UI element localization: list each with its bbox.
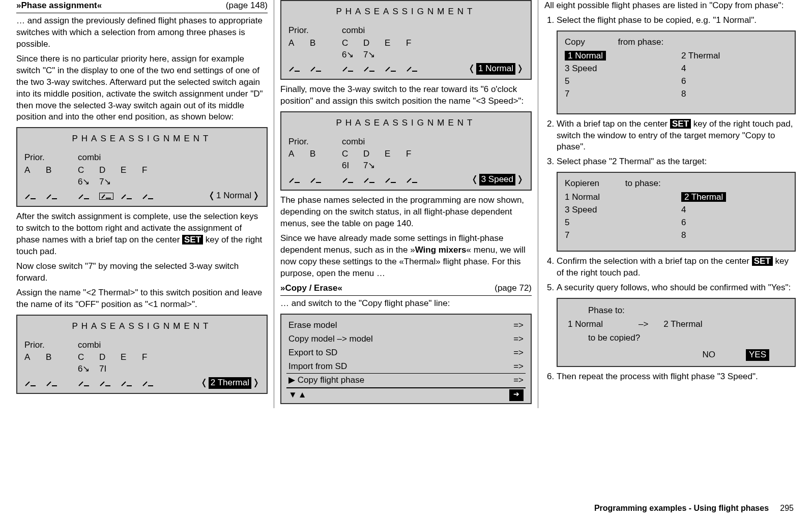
menu-item[interactable]: Import from SD => <box>286 360 526 374</box>
switch-icon <box>121 193 142 200</box>
switch-icon <box>46 380 67 387</box>
set-key-icon: SET <box>670 119 691 129</box>
section-heading: »Copy / Erase« (page 72) <box>280 283 532 296</box>
yes-button[interactable]: YES <box>746 349 769 361</box>
switch-icon <box>78 193 99 200</box>
col-D: D <box>99 165 121 176</box>
phase-option[interactable]: 6 <box>681 76 788 87</box>
switch-icon <box>385 176 406 183</box>
list-item: With a brief tap on the center SET key o… <box>557 118 796 154</box>
menu-item[interactable]: Export to SD => <box>286 346 526 360</box>
arrow-icon: => <box>513 320 524 331</box>
switch-icon <box>342 65 363 72</box>
heading-title: »Phase assignment« <box>16 0 102 12</box>
switch-icon <box>406 65 427 72</box>
selected-phase[interactable]: 2 Thermal <box>681 192 726 202</box>
list-item: Confirm the selection with a brief tap o… <box>557 256 796 279</box>
phase-name-inverted: 2 Thermal <box>209 377 251 389</box>
phase-option[interactable]: 7 <box>565 88 671 100</box>
phase-option[interactable]: 1 Normal <box>565 192 671 203</box>
paragraph: Now close switch "7" by moving the selec… <box>16 261 268 284</box>
section-heading: »Phase assignment« (page 148) <box>16 0 268 13</box>
paragraph: After the switch assignment is complete,… <box>16 211 268 258</box>
list-item: Then repeat the process with flight phas… <box>557 371 796 383</box>
arrow-icon: => <box>513 361 524 373</box>
heading-page: (page 72) <box>495 283 532 294</box>
phase-option[interactable]: 7 <box>565 230 671 241</box>
heading-page: (page 148) <box>226 0 268 12</box>
switch-icon <box>142 193 163 200</box>
column-3: All eight possible flight phases are lis… <box>538 0 802 408</box>
lcd-phase-display: ❬3 Speed❭ <box>471 174 524 186</box>
set-key-icon: SET <box>752 256 773 266</box>
lcd-title: PHASEASSIGNMENT <box>24 321 259 332</box>
lcd-phase-assignment-2: PHASEASSIGNMENT Prior. combi A B C D E F <box>16 315 268 394</box>
column-2: PHASEASSIGNMENT Prior. combi A B C D E F <box>274 0 538 408</box>
switch-icon <box>24 193 46 200</box>
list-item: Select phase "2 Thermal" as the target: … <box>557 156 796 252</box>
up-down-icon[interactable]: ▼▲ <box>288 389 308 401</box>
switch-icon <box>99 380 121 387</box>
switch-icon <box>310 65 331 72</box>
lcd-phase-display: ❬ 1 Normal ❭ <box>208 190 259 202</box>
lcd-phase-display: ❬2 Thermal❭ <box>200 377 259 389</box>
switch-icon <box>288 65 310 72</box>
col-A: A <box>24 165 46 176</box>
switch-icon <box>121 380 142 387</box>
switch-icon <box>310 176 331 183</box>
phase-option[interactable]: 6 <box>681 217 788 229</box>
switch-icon <box>363 65 385 72</box>
paragraph: Assign the name "<2 Thermal>" to this sw… <box>16 287 268 311</box>
arrow-icon: => <box>513 333 524 345</box>
sw6: 6↘ <box>78 176 99 188</box>
column-1: »Phase assignment« (page 148) … and assi… <box>10 0 274 408</box>
phase-option[interactable]: 2 Thermal <box>681 50 788 62</box>
switch-icon <box>363 176 385 183</box>
paragraph: All eight possible flight phases are lis… <box>544 0 796 12</box>
lcd-title: PHASEASSIGNMENT <box>24 133 259 145</box>
phase-option[interactable]: 5 <box>565 217 671 229</box>
col-C: C <box>78 165 99 176</box>
lcd-prior-label: Prior. <box>24 152 78 164</box>
phase-option[interactable]: 8 <box>681 230 788 241</box>
switch-icon <box>46 193 67 200</box>
right-arrow-icon[interactable]: ➔ <box>509 389 524 401</box>
paragraph: Finally, move the 3-way switch to the re… <box>280 84 532 107</box>
lcd-confirm-dialog: Phase to: 1 Normal –> 2 Thermal to be co… <box>557 298 796 367</box>
menu-footer: ▼▲ ➔ <box>286 388 526 401</box>
arrow-icon: –> <box>639 319 648 330</box>
lcd-phase-assignment-3: PHASEASSIGNMENT Prior. combi A B C D E F <box>280 0 532 80</box>
menu-item-selected[interactable]: ▶ Copy flight phase => <box>286 373 526 388</box>
phase-option[interactable]: 4 <box>681 204 788 216</box>
col-F: F <box>142 165 163 176</box>
phase-option[interactable]: 8 <box>681 88 788 100</box>
phase-option[interactable]: 5 <box>565 76 671 87</box>
phase-option[interactable]: 4 <box>681 63 788 75</box>
arrow-icon: => <box>513 347 524 359</box>
menu-item[interactable]: Copy model –> model => <box>286 332 526 346</box>
arrow-icon: => <box>513 375 524 386</box>
phase-option[interactable]: 3 Speed <box>565 63 671 75</box>
phase-name: 1 Normal <box>216 190 251 202</box>
switch-icon <box>406 176 427 183</box>
lcd-copy-from-phase: Copy from phase: 1 Normal 2 Thermal 3 Sp… <box>557 30 796 114</box>
paragraph: The phase names selected in the programm… <box>280 195 532 230</box>
switch-icon <box>342 176 363 183</box>
lcd-combi-label: combi <box>78 152 101 164</box>
col-E: E <box>121 165 142 176</box>
phase-option[interactable]: 3 Speed <box>565 204 671 216</box>
page-footer: Programming examples - Using flight phas… <box>594 503 794 514</box>
numbered-list: Select the flight phase to be copied, e.… <box>544 15 796 383</box>
menu-item[interactable]: Erase model => <box>286 319 526 332</box>
lcd-copy-to-phase: Kopieren to phase: 1 Normal 2 Thermal 3 … <box>557 172 796 252</box>
col-B: B <box>46 165 67 176</box>
switch-icon <box>78 380 99 387</box>
selected-phase[interactable]: 1 Normal <box>565 51 606 60</box>
phase-name-inverted: 3 Speed <box>479 174 515 186</box>
heading-title: »Copy / Erase« <box>280 283 342 294</box>
paragraph: … and switch to the "Copy flight phase" … <box>280 298 532 310</box>
lcd-phase-assignment-4: PHASEASSIGNMENT Prior. combi A B C D E F <box>280 111 532 191</box>
no-button[interactable]: NO <box>702 349 715 361</box>
switch-icon-boxed <box>99 193 121 200</box>
list-item: Select the flight phase to be copied, e.… <box>557 15 796 114</box>
